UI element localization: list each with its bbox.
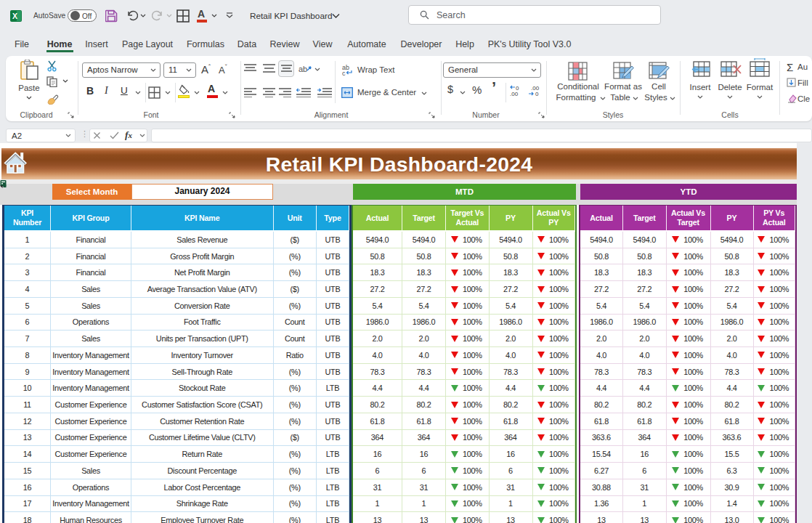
svg-text:c: c (342, 70, 346, 76)
svg-text:ab: ab (299, 65, 307, 73)
svg-text:.00: .00 (510, 91, 519, 97)
svg-text:X: X (12, 12, 17, 20)
svg-text:0: 0 (535, 91, 539, 97)
